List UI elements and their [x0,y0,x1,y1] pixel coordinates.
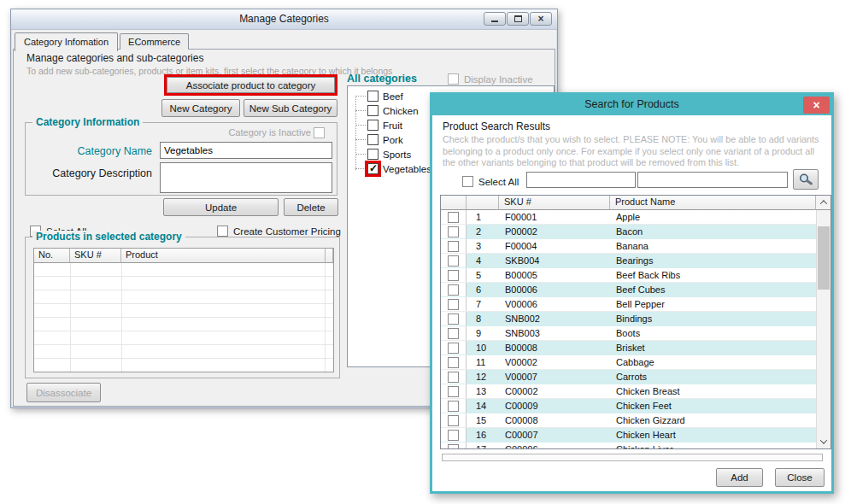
product-row[interactable]: 15 C00008 Chicken Gizzard [441,413,816,428]
tab-bar: Category Infomation ECommerce [15,32,191,50]
product-sku: V00006 [499,297,610,311]
product-name: Chicken Heart [610,428,816,442]
product-row[interactable]: 14 C00009 Chicken Feet [441,399,816,413]
product-checkbox[interactable] [448,401,459,412]
product-row[interactable]: 12 V00007 Carrots [441,370,816,384]
product-row[interactable]: 3 F00004 Banana [441,239,816,254]
product-checkbox[interactable] [448,241,459,252]
product-row[interactable]: 5 B00005 Beef Back Ribs [441,268,816,283]
horizontal-scrollbar-track[interactable] [442,454,823,461]
product-row[interactable]: 13 C00002 Chicken Breast [441,384,816,399]
category-checkbox[interactable] [367,91,379,102]
product-name: Bacon [610,225,816,238]
search-button[interactable] [793,169,819,190]
product-sku: C00007 [499,428,610,442]
product-row[interactable]: 2 P00002 Bacon [441,225,816,239]
category-label: Vegetables [383,164,431,174]
product-checkbox[interactable] [448,284,459,296]
product-name: Brisket [610,341,816,355]
product-checkbox[interactable] [448,255,459,267]
product-name: Chicken Liver [610,442,816,449]
product-row[interactable]: 8 SNB002 Bindings [441,312,816,326]
new-sub-category-button[interactable]: New Sub Category [244,99,337,117]
products-in-category-group: Products in selected category No. SKU # … [25,237,340,378]
column-header-sku[interactable]: SKU # [499,196,610,210]
scrollbar-thumb[interactable] [818,226,830,290]
product-checkbox[interactable] [448,270,459,281]
dialog-select-all-checkbox[interactable] [462,176,473,187]
product-row[interactable]: 16 C00007 Chicken Heart [441,428,816,442]
product-checkbox[interactable] [448,314,459,325]
product-checkbox[interactable] [448,299,459,310]
product-number: 3 [467,239,499,253]
category-checkbox[interactable] [367,120,379,131]
scroll-up-button[interactable] [816,196,830,210]
category-description-input[interactable] [160,162,332,193]
dialog-close-button-bottom[interactable]: Close [775,468,825,487]
product-checkbox[interactable] [448,372,459,383]
category-checkbox[interactable] [367,149,379,160]
screen: Manage Categories × Category Infomation … [0,0,851,504]
category-checkbox[interactable] [367,163,379,174]
tab-category-information[interactable]: Category Infomation [15,32,118,51]
product-sku: C00002 [499,384,610,398]
column-header-no[interactable]: No. [34,249,70,263]
product-number: 14 [467,399,499,413]
product-checkbox[interactable] [448,357,459,368]
dialog-titlebar[interactable]: Search for Products × [432,95,831,115]
add-button[interactable]: Add [716,468,763,487]
window-titlebar[interactable]: Manage Categories × [11,9,557,30]
product-row[interactable]: 6 B00006 Beef Cubes [441,283,816,297]
column-header-filler [326,249,333,263]
search-note: Check the product/s that you wish to sel… [443,134,824,169]
product-checkbox[interactable] [448,212,459,223]
product-checkbox[interactable] [448,415,459,426]
product-name: Boots [610,326,816,340]
product-row[interactable]: 10 B00008 Brisket [441,341,816,355]
product-row[interactable]: 7 V00006 Bell Pepper [441,297,816,312]
product-row[interactable]: 11 V00002 Cabbage [441,355,816,370]
category-checkbox[interactable] [367,105,379,116]
minimize-button[interactable] [484,12,506,26]
column-header-sku[interactable]: SKU # [70,249,121,263]
dialog-close-button[interactable]: × [803,97,830,114]
page-title: Manage categories and sub-categories [26,52,203,64]
column-header-number[interactable] [467,196,499,210]
disassociate-button: Disassociate [26,383,101,402]
associate-product-button[interactable]: Associate product to category [167,77,335,93]
delete-button[interactable]: Delete [284,198,338,216]
minimize-icon [491,21,498,22]
product-number: 5 [467,268,499,282]
product-checkbox[interactable] [448,444,459,450]
product-checkbox[interactable] [448,343,459,354]
product-row[interactable]: 17 C00006 Chicken Liver [441,442,816,449]
scroll-down-button[interactable] [817,435,830,448]
product-row[interactable]: 1 F00001 Apple [441,210,816,225]
search-input-2[interactable] [637,172,788,188]
maximize-button[interactable] [507,12,529,26]
product-sku: F00004 [499,239,610,253]
product-sku: SNB002 [499,312,610,325]
product-checkbox[interactable] [448,328,459,339]
close-button[interactable]: × [530,12,552,26]
vertical-scrollbar[interactable] [816,210,830,448]
update-button[interactable]: Update [163,198,279,216]
tab-ecommerce[interactable]: ECommerce [120,33,189,50]
search-for-products-dialog: Search for Products × Product Search Res… [430,92,834,494]
create-customer-pricing-checkbox[interactable] [217,226,228,237]
category-checkbox[interactable] [367,134,379,145]
product-checkbox[interactable] [448,226,459,237]
product-row[interactable]: 9 SNB003 Boots [441,326,816,341]
new-category-button[interactable]: New Category [161,99,240,117]
column-header-product[interactable]: Product [121,249,326,263]
product-checkbox[interactable] [448,386,459,397]
product-sku: C00006 [499,442,610,449]
product-row[interactable]: 4 SKB004 Bearings [441,254,816,268]
search-input-1[interactable] [526,172,636,188]
product-sku: P00002 [499,225,610,238]
column-header-product-name[interactable]: Product Name [610,196,816,210]
column-header-check[interactable] [441,196,467,210]
category-name-input[interactable] [160,142,332,159]
product-number: 6 [467,283,499,296]
product-checkbox[interactable] [448,430,459,441]
